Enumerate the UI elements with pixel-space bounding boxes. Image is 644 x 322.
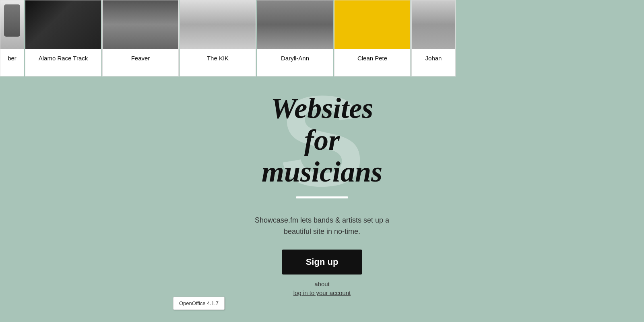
subtitle-text: Showcase.fm lets bands & artists set up …: [255, 215, 389, 238]
artist-name[interactable]: Clean Pete: [353, 49, 391, 66]
artist-name[interactable]: Alamo Race Track: [35, 49, 92, 66]
main-content: Websites for musicians Showcase.fm lets …: [0, 85, 644, 296]
artist-card-alamo[interactable]: Alamo Race Track: [25, 0, 101, 76]
artist-image: [180, 0, 256, 49]
divider: [296, 196, 348, 198]
artist-card-kik[interactable]: The KIK: [180, 0, 256, 76]
artist-image: [103, 0, 178, 49]
openoffice-tooltip: OpenOffice 4.1.7: [173, 297, 225, 310]
artist-card-cleanpete[interactable]: Clean Pete: [334, 0, 411, 76]
artist-card-feaver[interactable]: Feaver: [102, 0, 179, 76]
headline-text: Websites for musicians: [262, 93, 382, 188]
signup-button[interactable]: Sign up: [282, 250, 363, 275]
artist-card-johan[interactable]: Johan: [411, 0, 456, 76]
artist-name[interactable]: Daryll-Ann: [277, 49, 313, 66]
artist-name[interactable]: The KIK: [203, 49, 233, 66]
artist-name[interactable]: Johan: [421, 49, 446, 66]
artist-image: [25, 0, 101, 49]
artists-strip: ber Alamo Race Track Feaver The KIK Dary…: [0, 0, 644, 76]
artist-image: [257, 0, 333, 49]
artist-name[interactable]: Feaver: [127, 49, 154, 66]
headline-block: Websites for musicians: [262, 93, 382, 188]
about-link[interactable]: about: [314, 281, 330, 287]
artist-image: [412, 0, 455, 49]
login-link[interactable]: log in to your account: [293, 289, 351, 296]
artist-card-daryll[interactable]: Daryll-Ann: [257, 0, 333, 76]
artist-card-partial-left[interactable]: ber: [0, 0, 24, 76]
artist-image: [0, 0, 24, 49]
artist-image: [334, 0, 410, 49]
artist-name[interactable]: ber: [4, 49, 21, 66]
